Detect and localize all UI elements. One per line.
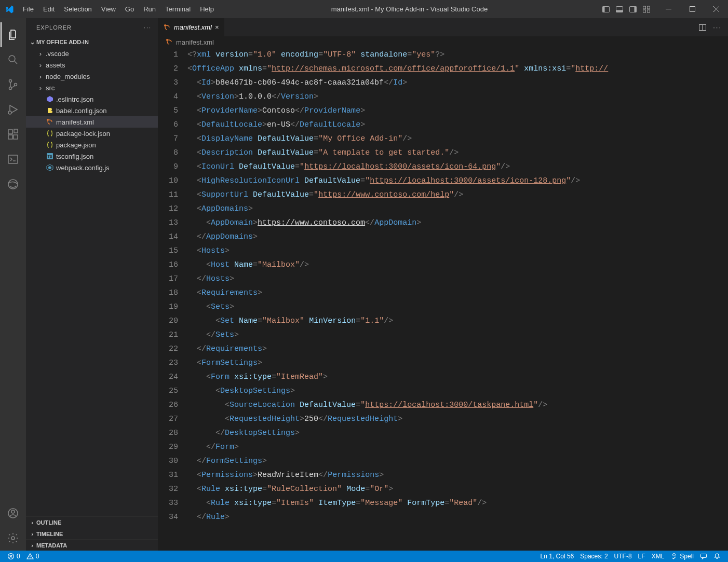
svg-point-24 <box>11 510 15 513</box>
tree-folder[interactable]: ›node_modules <box>26 71 158 82</box>
status-warnings[interactable]: 0 <box>23 553 43 560</box>
activity-accounts-icon[interactable] <box>1 501 25 526</box>
layout-controls <box>600 4 656 15</box>
svg-rect-9 <box>648 10 650 12</box>
chevron-right-icon: › <box>28 542 36 549</box>
svg-rect-19 <box>14 135 18 139</box>
breadcrumb[interactable]: manifest.xml <box>158 36 728 48</box>
sidebar-title: EXPLORER <box>36 24 72 31</box>
menu-view[interactable]: View <box>97 0 120 18</box>
svg-point-39 <box>673 554 676 556</box>
menu-terminal[interactable]: Terminal <box>160 0 195 18</box>
tree-file[interactable]: babel.config.json <box>26 105 158 116</box>
tree-folder[interactable]: ›assets <box>26 59 158 71</box>
split-editor-icon[interactable] <box>698 23 707 32</box>
minimize-button[interactable] <box>656 0 680 18</box>
maximize-button[interactable] <box>680 0 704 18</box>
status-eol[interactable]: LF <box>635 553 649 560</box>
editor-tab-active[interactable]: manifest.xml × <box>158 18 225 36</box>
svg-rect-7 <box>648 6 650 9</box>
tab-label: manifest.xml <box>174 23 212 31</box>
sidebar-header: EXPLORER ··· <box>26 18 158 36</box>
xml-file-icon <box>164 24 171 31</box>
status-spell[interactable]: Spell <box>667 553 697 560</box>
toggle-primary-sidebar-icon[interactable] <box>600 4 612 15</box>
eslint-file-icon <box>45 95 55 103</box>
status-bell-icon[interactable] <box>710 553 724 560</box>
editor-tabs: manifest.xml × ··· <box>158 18 728 36</box>
activity-bar <box>0 18 26 551</box>
menu-file[interactable]: File <box>18 0 38 18</box>
activity-run-debug-icon[interactable] <box>1 97 25 122</box>
explorer-folder-name: MY OFFICE ADD-IN <box>36 39 89 45</box>
svg-point-38 <box>30 558 30 558</box>
metadata-section[interactable]: ›METADATA <box>26 539 158 551</box>
close-button[interactable] <box>704 0 728 18</box>
chevron-right-icon: › <box>36 84 45 92</box>
toggle-secondary-sidebar-icon[interactable] <box>627 4 639 15</box>
activity-settings-icon[interactable] <box>1 526 25 551</box>
tree-folder[interactable]: ›src <box>26 82 158 93</box>
sidebar: EXPLORER ··· ⌄ MY OFFICE ADD-IN ›.vscode… <box>26 18 158 551</box>
toggle-panel-icon[interactable] <box>614 4 625 15</box>
tree-file[interactable]: .eslintrc.json <box>26 93 158 105</box>
status-language[interactable]: XML <box>649 553 668 560</box>
svg-rect-10 <box>666 9 671 9</box>
tree-folder[interactable]: ›.vscode <box>26 48 158 59</box>
window-controls <box>656 0 728 18</box>
sidebar-more-icon[interactable]: ··· <box>144 24 152 31</box>
timeline-section[interactable]: ›TIMELINE <box>26 528 158 539</box>
status-cursor-position[interactable]: Ln 1, Col 56 <box>537 553 577 560</box>
svg-point-12 <box>9 56 15 62</box>
svg-point-25 <box>11 537 15 540</box>
svg-rect-40 <box>701 554 707 558</box>
customize-layout-icon[interactable] <box>641 4 652 15</box>
status-feedback-icon[interactable] <box>697 553 710 560</box>
chevron-right-icon: › <box>36 61 45 69</box>
line-number-gutter: 1234567891011121314151617181920212223242… <box>158 48 187 551</box>
editor-area: manifest.xml × ··· manifest.xml 12345678… <box>158 18 728 551</box>
tree-file[interactable]: webpack.config.js <box>26 162 158 173</box>
svg-text:TS: TS <box>48 155 52 158</box>
status-errors[interactable]: 0 <box>4 553 23 560</box>
json-file-icon <box>45 141 55 148</box>
activity-extensions-icon[interactable] <box>1 122 25 147</box>
tree-file[interactable]: TStsconfig.json <box>26 150 158 162</box>
activity-terminal-icon[interactable] <box>1 147 25 172</box>
svg-point-14 <box>9 87 12 90</box>
status-bar: 0 0 Ln 1, Col 56 Spaces: 2 UTF-8 LF XML … <box>0 551 728 562</box>
webpack-file-icon <box>45 164 55 171</box>
more-actions-icon[interactable]: ··· <box>713 23 722 31</box>
explorer-folder-header[interactable]: ⌄ MY OFFICE ADD-IN <box>26 36 158 48</box>
vscode-logo-icon <box>0 5 18 14</box>
svg-rect-17 <box>8 130 12 134</box>
status-indent[interactable]: Spaces: 2 <box>577 553 611 560</box>
svg-rect-21 <box>8 155 18 163</box>
menu-edit[interactable]: Edit <box>38 0 59 18</box>
svg-point-16 <box>8 111 11 114</box>
tree-file-active[interactable]: manifest.xml <box>26 116 158 128</box>
svg-rect-20 <box>14 129 18 133</box>
tree-file[interactable]: package.json <box>26 139 158 150</box>
menu-help[interactable]: Help <box>195 0 219 18</box>
menu-run[interactable]: Run <box>139 0 160 18</box>
svg-rect-8 <box>643 10 646 12</box>
chevron-right-icon: › <box>36 73 45 80</box>
menu-selection[interactable]: Selection <box>59 0 96 18</box>
code-content[interactable]: <?xml version="1.0" encoding="UTF-8" sta… <box>187 48 728 551</box>
svg-point-35 <box>166 39 168 41</box>
breadcrumb-label: manifest.xml <box>176 38 214 46</box>
tree-file[interactable]: package-lock.json <box>26 128 158 139</box>
svg-point-27 <box>47 119 49 121</box>
tsconfig-file-icon: TS <box>45 153 55 160</box>
chevron-right-icon: › <box>28 519 36 526</box>
menu-go[interactable]: Go <box>120 0 139 18</box>
activity-edge-tools-icon[interactable] <box>1 172 25 197</box>
code-editor[interactable]: 1234567891011121314151617181920212223242… <box>158 48 728 551</box>
activity-explorer-icon[interactable] <box>1 22 25 47</box>
outline-section[interactable]: ›OUTLINE <box>26 516 158 528</box>
tab-close-icon[interactable]: × <box>215 23 219 31</box>
status-encoding[interactable]: UTF-8 <box>611 553 635 560</box>
activity-search-icon[interactable] <box>1 47 25 72</box>
activity-source-control-icon[interactable] <box>1 72 25 97</box>
